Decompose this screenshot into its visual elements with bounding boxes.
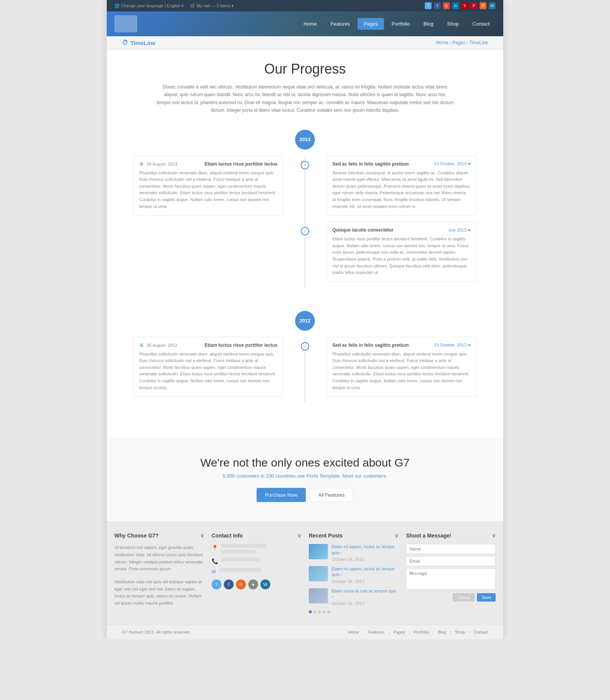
post-title-3[interactable]: Etiam musa at cras ac tempor quis › [332,588,398,600]
excited-sub: 5,500 customers in 100 countries use Por… [122,473,488,479]
widget-recent-posts-toggle[interactable]: ∨ [395,533,398,539]
footer-link-blog[interactable]: Blog [438,630,446,634]
widget-why-g7-text1: Ut tincidunt nisl sapien, eget gravida q… [114,544,204,573]
page-title: TimeLine [130,40,156,46]
logo [114,15,137,32]
message-textarea[interactable] [406,568,496,589]
widget-message-title: Shoot a Message! ∨ [406,533,496,539]
post-info-1: Etiam mi sapien, luctus ac tempor quis ›… [332,544,398,562]
bottom-footer: G7 theme© 2013. All rights reserved. Hom… [107,625,503,639]
main-nav: Home Features Pages Portfolio Blog Shop … [297,18,496,30]
header: Home Features Pages Portfolio Blog Shop … [107,11,503,36]
footer-link-features[interactable]: Features [368,630,384,634]
nav-blog[interactable]: Blog [417,18,440,30]
widget-why-g7: Why Choose G7? ∨ Ut tincidunt nisl sapie… [114,533,204,613]
nav-home[interactable]: Home [297,18,323,30]
timeline-left-2 [133,222,295,288]
widget-why-g7-title: Why Choose G7? ∨ [114,533,204,539]
contact-phone: 📞 [212,557,301,564]
post-pagination-dots [309,610,398,613]
card-body-1: Phasellus sollicitudin venenatis diam, a… [139,170,278,210]
timeline-2012: 2012 🖥 05 August, 2012 Etiam luctus risu… [133,311,477,403]
social-facebook[interactable]: f [224,579,234,589]
excited-section: We're not the only ones excited about G7… [107,437,503,521]
language-selector[interactable]: 🌐 Change your language | English ▾ [114,3,184,8]
linkedin-icon-top[interactable]: in [452,2,459,9]
cart-link[interactable]: 🛒 My cart — 0 items ▾ [190,3,234,8]
dot-5[interactable] [327,610,330,613]
footer-links: Home | Features | Pages | Portfolio | Bl… [348,630,488,634]
phone-icon: 📞 [212,558,218,564]
contact-email: ✉ [212,568,301,575]
timeline-left-2012-1: 🖥 05 August, 2012 Etiam luctus risus por… [133,337,295,403]
name-input[interactable] [406,544,496,554]
email-input[interactable] [406,556,496,566]
social-rss[interactable]: R [236,579,246,589]
post-date-1: October 16, 2013 [332,557,398,562]
dot-4[interactable] [323,610,326,613]
save-button[interactable]: Save [477,593,496,602]
footer-link-shop[interactable]: Shop [455,630,465,634]
post-thumb-1 [309,544,328,559]
pinterest-icon-top[interactable]: P [470,2,477,9]
widget-why-g7-toggle[interactable]: ∨ [200,533,204,539]
dot-1[interactable] [309,610,312,613]
nav-features[interactable]: Features [324,18,356,30]
footer-link-contact[interactable]: Contact [474,630,488,634]
wordpress-icon-top[interactable]: W [489,2,496,9]
nav-pages[interactable]: Pages [358,18,384,30]
timeline-right-1: Sed ac felis in felis sagittis pretium 1… [315,156,477,222]
nav-portfolio[interactable]: Portfolio [385,18,416,30]
right-card-2012-1: Sed ac felis in felis sagittis pretium 1… [327,337,477,397]
post-date-2: October 16, 2013 [332,579,398,584]
check-dot-1: ✓ [301,161,309,169]
post-thumb-3 [309,588,328,603]
social-wordpress[interactable]: W [260,579,270,589]
top-bar: 🌐 Change your language | English ▾ 🛒 My … [107,0,503,11]
widget-message-toggle[interactable]: ∨ [492,533,496,539]
post-title-1[interactable]: Etiam mi sapien, luctus ac tempor quis › [332,544,398,556]
year-badge-2013: 2013 [295,130,315,150]
card-icon-1: 🖥 [139,161,144,167]
footer-link-pages[interactable]: Pages [393,630,405,634]
recent-post-2: Etiam mi sapien, luctus ac tempor quis ›… [309,566,398,584]
footer-widgets: Why Choose G7? ∨ Ut tincidunt nisl sapie… [107,521,503,624]
breadcrumb-home[interactable]: Home [436,40,448,45]
googleplus-icon-top[interactable]: G [443,2,450,9]
timeline-card-2012-1: 🖥 05 August, 2012 Etiam luctus risus por… [133,337,283,397]
footer-link-home[interactable]: Home [348,630,359,634]
page-heading: Our Progress [133,61,477,77]
rss-icon-top[interactable]: R [480,2,486,9]
widget-contact-toggle[interactable]: ∨ [297,533,301,539]
twitter-icon-top[interactable]: T [425,2,432,9]
timeline-row-2: ✓ Quisque iaculis consectetur July 2013 … [133,222,477,288]
location-icon: 📍 [212,545,218,551]
check-dot-2012-1: ✓ [301,342,309,351]
widget-contact-title: Contact Info ∨ [212,533,301,539]
nav-shop[interactable]: Shop [441,18,465,30]
facebook-icon-top[interactable]: f [434,2,441,9]
right-card-1: Sed ac felis in felis sagittis pretium 1… [327,156,477,216]
post-title-2[interactable]: Etiam mi sapien, luctus ac tempor quis › [332,566,398,578]
timeline-2013: 2013 🖥 09 August, 2013 Etiam luctus risu… [133,130,477,288]
widget-recent-posts-title: Recent Posts ∨ [309,533,398,539]
year-badge-2012: 2012 [295,311,315,331]
dot-3[interactable] [318,610,321,613]
post-thumb-2 [309,566,328,581]
right-card-body-1: Aenean interdum consequat, et auctor lor… [332,170,471,210]
cancel-button[interactable]: Cancel [453,593,475,602]
social-other[interactable]: ● [248,579,258,589]
youtube-icon-top[interactable]: Y [461,2,468,9]
breadcrumb-pages[interactable]: Pages [453,40,466,45]
timeline-right-2012-1: Sed ac felis in felis sagittis pretium 1… [315,337,477,403]
footer-link-portfolio[interactable]: Portfolio [414,630,429,634]
social-icons-top: T f G in Y P R W [425,2,496,9]
dot-2[interactable] [313,610,316,613]
card-body-2012-1: Phasellus sollicitudin venenatis diam, a… [139,351,278,391]
right-card-body-2012-1: Phasellus sollicitudin venenatis diam, a… [332,351,471,391]
widget-message: Shoot a Message! ∨ Cancel Save [406,533,496,613]
purchase-now-button[interactable]: Purchase Now [257,488,306,502]
nav-contact[interactable]: Contact [466,18,496,30]
all-features-button[interactable]: All Features [310,488,353,502]
social-twitter[interactable]: T [212,579,222,589]
